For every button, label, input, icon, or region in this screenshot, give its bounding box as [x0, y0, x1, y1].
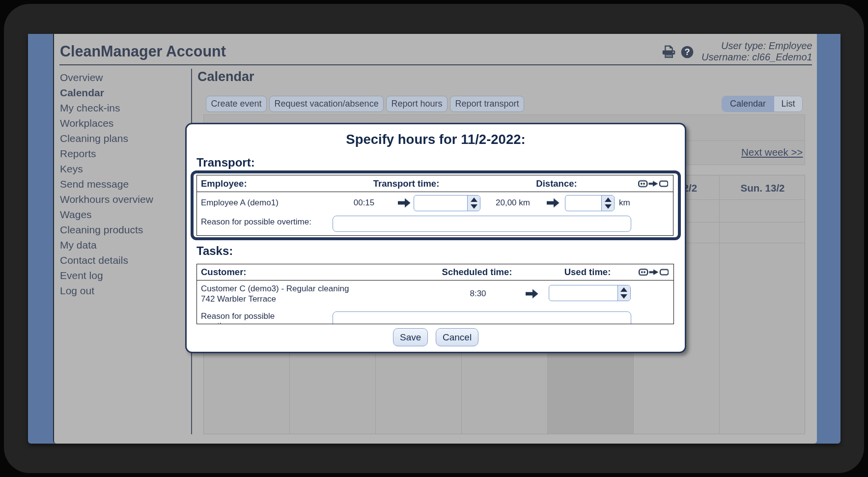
view-toggle-calendar[interactable]: Calendar [722, 96, 774, 112]
report-hours-button[interactable]: Report hours [386, 96, 448, 112]
used-time-input[interactable] [549, 285, 631, 301]
sidebar-item-my-check-ins[interactable]: My check-ins [60, 100, 153, 115]
spin-up-icon[interactable] [620, 287, 627, 292]
distance-spinner[interactable] [601, 196, 614, 211]
view-toggle: Calendar List [722, 96, 803, 112]
sidebar-item-contact-details[interactable]: Contact details [60, 253, 153, 268]
tasks-header-row: Customer: Scheduled time: Used time: [197, 264, 673, 281]
sidebar-item-cleaning-plans[interactable]: Cleaning plans [60, 131, 153, 146]
sidebar-item-workplaces[interactable]: Workplaces [60, 115, 153, 131]
user-info: User type: Employee Username: cl66_Edemo… [701, 40, 812, 63]
toolbar: Create event Request vacation/absence Re… [206, 96, 524, 112]
scheduled-transport-time: 00:15 [354, 198, 375, 208]
section-title-calendar: Calendar [197, 69, 254, 84]
sidebar-item-reports[interactable]: Reports [60, 146, 153, 161]
customer-name: Customer C (demo3) - Regular cleaning742… [201, 283, 349, 304]
tasks-reason-input[interactable] [333, 311, 631, 324]
sidebar-item-wages[interactable]: Wages [60, 207, 153, 222]
spin-down-icon[interactable] [620, 294, 627, 299]
sidebar-item-log-out[interactable]: Log out [60, 283, 153, 298]
report-transport-button[interactable]: Report transport [450, 96, 524, 112]
transport-highlight-frame: Employee: Transport time: Distance: Empl… [191, 170, 681, 240]
column-header-scheduled-time: Scheduled time: [442, 267, 512, 278]
distance-unit: km [619, 198, 630, 208]
tasks-data-row: Customer C (demo3) - Regular cleaning742… [197, 281, 673, 308]
scheduled-task-time: 8:30 [470, 289, 486, 299]
header-divider [59, 64, 812, 65]
transport-table: Employee: Transport time: Distance: Empl… [196, 175, 674, 236]
spin-down-icon[interactable] [605, 204, 612, 209]
column-header-transport-time: Transport time: [373, 178, 439, 189]
spin-down-icon[interactable] [471, 204, 477, 209]
tasks-reason-row: Reason for possible overtime: [197, 308, 673, 324]
user-type-label: User type: Employee [701, 40, 812, 52]
help-icon[interactable]: ? [681, 46, 694, 58]
next-week-link[interactable]: Next week >> [741, 146, 803, 158]
column-header-employee: Employee: [201, 178, 247, 189]
employee-name: Employee A (demo1) [201, 198, 279, 208]
used-time-spinner[interactable] [617, 285, 630, 301]
spin-up-icon[interactable] [471, 197, 477, 202]
save-button[interactable]: Save [393, 328, 428, 346]
sidebar-item-overview[interactable]: Overview [60, 70, 153, 85]
reason-label: Reason for possible overtime: [201, 311, 292, 324]
sidebar-item-send-message[interactable]: Send message [60, 176, 153, 192]
sidebar-item-calendar[interactable]: Calendar [60, 85, 153, 100]
request-vacation-button[interactable]: Request vacation/absence [269, 96, 384, 112]
username-label: Username: cl66_Edemo1 [701, 52, 812, 63]
calendar-column-line [719, 175, 720, 434]
page-title: CleanManager Account [60, 43, 226, 60]
sidebar-item-cleaning-products[interactable]: Cleaning products [60, 222, 153, 237]
sidebar-item-workhours-overview[interactable]: Workhours overview [60, 192, 153, 207]
arrow-right-icon [398, 198, 411, 208]
sidebar-item-my-data[interactable]: My data [60, 237, 153, 253]
tasks-table: Customer: Scheduled time: Used time: Cus… [196, 264, 674, 324]
transport-time-spinner[interactable] [467, 196, 480, 211]
copy-scheduled-to-actual-icon[interactable] [638, 180, 668, 187]
column-header-used-time: Used time: [564, 267, 611, 278]
dialog-title: Specify hours for 11/2-2022: [187, 132, 685, 147]
specify-hours-dialog: Specify hours for 11/2-2022: Transport: … [185, 123, 686, 353]
sidebar-item-keys[interactable]: Keys [60, 161, 153, 176]
cancel-button[interactable]: Cancel [436, 328, 478, 346]
column-header-distance: Distance: [536, 178, 577, 189]
sidebar-item-event-log[interactable]: Event log [60, 268, 153, 283]
column-header-customer: Customer: [201, 267, 247, 278]
scheduled-distance: 20,00 km [496, 198, 530, 208]
transport-section-label: Transport: [196, 156, 255, 169]
day-header-sun: Sun. 13/2 [720, 182, 806, 194]
copy-scheduled-to-actual-icon[interactable] [639, 268, 669, 276]
transport-reason-row: Reason for possible overtime: [197, 214, 673, 235]
transport-time-input[interactable] [414, 195, 480, 211]
create-event-button[interactable]: Create event [206, 96, 267, 112]
reason-label: Reason for possible overtime: [201, 217, 311, 227]
view-toggle-list[interactable]: List [774, 96, 802, 112]
distance-input[interactable] [565, 195, 615, 211]
sidebar: OverviewCalendarMy check-insWorkplacesCl… [60, 70, 153, 298]
transport-reason-input[interactable] [333, 216, 632, 232]
printer-icon[interactable] [662, 45, 675, 58]
arrow-right-icon [547, 198, 560, 208]
transport-header-row: Employee: Transport time: Distance: [197, 175, 673, 192]
tasks-section-label: Tasks: [196, 244, 233, 258]
spin-up-icon[interactable] [605, 197, 612, 202]
dialog-buttons: Save Cancel [187, 328, 685, 346]
arrow-right-icon [526, 289, 538, 299]
transport-data-row: Employee A (demo1) 00:15 20,00 km km [197, 192, 673, 214]
